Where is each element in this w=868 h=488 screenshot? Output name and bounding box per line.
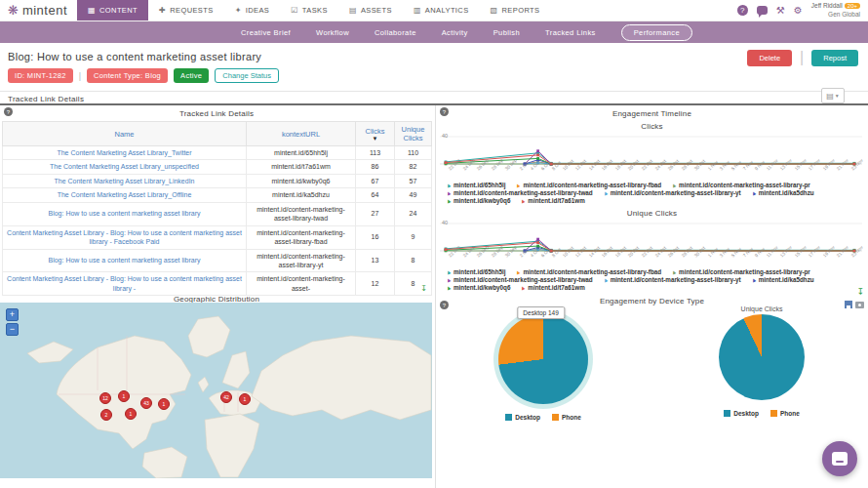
mintent-logo-text: mintent xyxy=(22,3,67,18)
nav-item-requests[interactable]: ✚REQUESTS xyxy=(148,0,224,20)
subnav-item-tracked-links[interactable]: Tracked Links xyxy=(545,28,596,37)
subnav-item-creative-brief[interactable]: Creative Brief xyxy=(241,28,291,37)
pie-legend-item-desktop[interactable]: Desktop xyxy=(724,410,759,417)
map-cluster-marker[interactable]: 1 xyxy=(125,408,137,420)
map-cluster-marker[interactable]: 2 xyxy=(100,409,112,421)
tracked-link-unique-clicks: 82 xyxy=(395,160,432,174)
legend-item[interactable]: ▲mintent.id/content-marketing-asset-libr… xyxy=(515,182,661,188)
subnav-item-collaborate[interactable]: Collaborate xyxy=(375,28,416,37)
pie-legend-item-phone[interactable]: Phone xyxy=(770,410,800,417)
table-header: NamekontextURLClicks▼Unique Clicks xyxy=(3,122,432,146)
change-status-button[interactable]: Change Status xyxy=(215,68,279,83)
clicks-pie-chart[interactable] xyxy=(498,314,588,404)
legend-item[interactable]: ▲mintent.id/content-marketing-asset-libr… xyxy=(515,268,661,275)
table-row: Content Marketing Asset Library - Blog: … xyxy=(3,225,432,249)
column-header-clicks[interactable]: Clicks▼ xyxy=(356,122,395,146)
legend-swatch xyxy=(552,414,559,421)
subnav-item-performance[interactable]: Performance xyxy=(621,24,692,41)
map-cluster-marker[interactable]: 12 xyxy=(99,392,111,404)
requests-icon: ✚ xyxy=(159,6,166,15)
tracked-link-url: mintent.id/t7a61wm xyxy=(247,160,356,174)
map-cluster-marker[interactable]: 42 xyxy=(220,391,232,403)
tracked-link-clicks: 67 xyxy=(356,174,395,187)
legend-item[interactable]: ▲mintent.id/kwby0q6 xyxy=(446,284,510,291)
tracked-link-name[interactable]: Content Marketing Asset Library - Blog: … xyxy=(3,225,247,249)
tracked-link-name[interactable]: Blog: How to use a content marketing ass… xyxy=(3,249,247,272)
map-cluster-marker[interactable]: 43 xyxy=(140,397,152,409)
nav-item-analytics[interactable]: ▥ANALYTICS xyxy=(403,0,480,20)
nav-item-content[interactable]: ▦CONTENT xyxy=(77,0,148,20)
map-cluster-marker[interactable]: 1 xyxy=(239,393,251,405)
legend-item[interactable]: ▲mintent.id/t7a61wm xyxy=(520,197,584,204)
sort-desc-icon: ▼ xyxy=(358,136,392,142)
legend-item[interactable]: ▲mintent.id/ka5dhzu xyxy=(751,189,814,196)
column-header-kontexturl[interactable]: kontextURL xyxy=(247,122,356,146)
column-header-unique-clicks[interactable]: Unique Clicks xyxy=(395,122,432,146)
tracked-link-url: mintent.id/ka5dhzu xyxy=(247,188,356,202)
map-zoom-in-button[interactable]: + xyxy=(6,308,19,321)
clicks-legend: ▲mintent.id/65hh5lj▲mintent.id/content-m… xyxy=(436,180,868,204)
legend-item[interactable]: ▲mintent.id/65hh5lj xyxy=(446,268,505,275)
legend-item[interactable]: ▲mintent.id/65hh5lj xyxy=(446,182,505,188)
tracked-link-url: mintent.id/content-marketing-asset-libra… xyxy=(247,225,356,249)
intercom-chat-widget[interactable] xyxy=(822,441,857,476)
series-marker-icon: ▲ xyxy=(445,189,453,197)
tracked-link-unique-clicks: 24 xyxy=(395,202,432,225)
legend-item[interactable]: ▲mintent.id/content-marketing-asset-libr… xyxy=(446,189,593,196)
timeline-info-icon[interactable]: ? xyxy=(440,107,449,116)
column-header-name[interactable]: Name xyxy=(3,122,247,146)
subnav-item-activity[interactable]: Activity xyxy=(442,28,468,37)
download-icon[interactable]: ↧ xyxy=(856,287,864,297)
legend-item[interactable]: ▲mintent.id/content-marketing-asset-libr… xyxy=(671,182,810,188)
legend-item[interactable]: ▲mintent.id/content-marketing-asset-libr… xyxy=(603,189,741,196)
nav-item-ideas[interactable]: ✦IDEAS xyxy=(224,0,281,20)
chat-icon[interactable] xyxy=(757,6,768,15)
legend-item[interactable]: ▲mintent.id/ka5dhzu xyxy=(751,276,814,283)
tracked-link-name[interactable]: The Content Marketing Asset Library_Offl… xyxy=(3,188,247,202)
user-menu[interactable]: Jeff Riddall20+ Gen Global xyxy=(811,2,860,19)
tracked-link-name[interactable]: The Content Marketing Asset Library_Twit… xyxy=(3,146,247,160)
device-pie-area: Clicks Desktop 149 DesktopPhone Unique C… xyxy=(436,305,868,452)
map-zoom-out-button[interactable]: − xyxy=(6,323,19,336)
nav-item-assets[interactable]: ▤ASSETS xyxy=(338,0,403,20)
tracked-link-clicks: 12 xyxy=(356,272,395,296)
wrench-icon[interactable]: ⚒ xyxy=(776,6,785,16)
tracked-link-name[interactable]: Content Marketing Asset Library - Blog: … xyxy=(3,272,247,296)
table-row: The Content Marketing Asset Library_Link… xyxy=(3,174,432,187)
pie-legend-item-desktop[interactable]: Desktop xyxy=(505,414,540,421)
unique-clicks-pie-chart[interactable] xyxy=(719,314,805,400)
reports-icon: ▧ xyxy=(491,6,498,15)
repost-button[interactable]: Repost xyxy=(811,50,858,66)
export-menu-button[interactable]: ▤▼ xyxy=(821,88,845,103)
tracked-link-name[interactable]: Blog: How to use a content marketing ass… xyxy=(3,202,247,225)
help-icon[interactable]: ? xyxy=(737,5,748,16)
tracked-link-unique-clicks: 110 xyxy=(395,146,432,160)
tracked-link-unique-clicks: 8 xyxy=(395,249,432,272)
clicks-chart-title: Clicks xyxy=(436,122,868,131)
document-icon: ▤ xyxy=(826,92,834,101)
subnav-item-publish[interactable]: Publish xyxy=(493,28,520,37)
legend-item[interactable]: ▲mintent.id/content-marketing-asset-libr… xyxy=(671,268,810,275)
pie-legend-item-phone[interactable]: Phone xyxy=(552,414,581,421)
tracked-link-name[interactable]: The Content Marketing Asset Library_Link… xyxy=(3,174,247,187)
tracked-link-name[interactable]: The Content Marketing Asset Library_unsp… xyxy=(3,160,247,174)
legend-item[interactable]: ▲mintent.id/t7a61wm xyxy=(520,284,584,291)
content-type-badge: Content Type: Blog xyxy=(87,68,168,83)
button-separator: | xyxy=(800,49,804,66)
geographic-distribution-map[interactable]: + − 12121431421 xyxy=(0,303,432,478)
nav-item-tasks[interactable]: ☑TASKS xyxy=(280,0,338,20)
tasks-icon: ☑ xyxy=(291,6,298,15)
legend-item[interactable]: ▲mintent.id/content-marketing-asset-libr… xyxy=(446,276,593,283)
subnav-item-workflow[interactable]: Workflow xyxy=(316,28,349,37)
legend-item[interactable]: ▲mintent.id/content-marketing-asset-libr… xyxy=(603,276,741,283)
legend-item[interactable]: ▲mintent.id/kwby0q6 xyxy=(446,197,510,204)
row-download-icon[interactable]: ↧ xyxy=(420,284,427,293)
series-marker-icon: ▲ xyxy=(602,276,610,284)
gear-icon[interactable]: ⚙ xyxy=(794,6,803,16)
nav-item-reports[interactable]: ▧REPORTS xyxy=(480,0,551,20)
delete-button[interactable]: Delete xyxy=(747,50,792,66)
map-cluster-marker[interactable]: 1 xyxy=(118,390,130,402)
analytics-icon: ▥ xyxy=(414,6,421,15)
map-cluster-marker[interactable]: 1 xyxy=(158,398,170,410)
mintent-logo[interactable]: ❋ mintent xyxy=(0,0,77,20)
